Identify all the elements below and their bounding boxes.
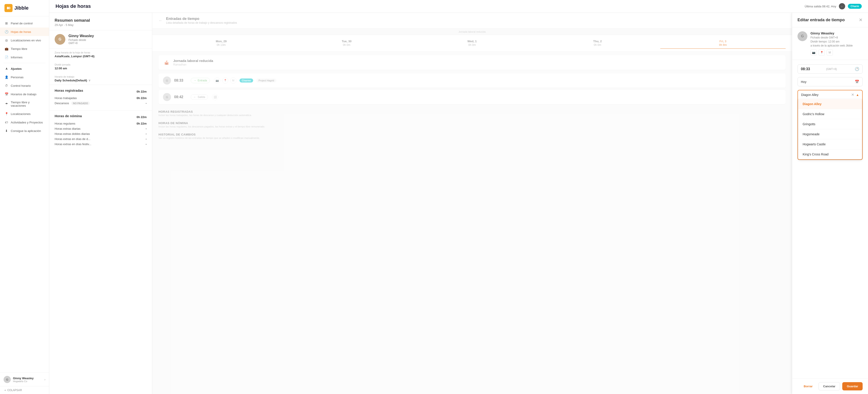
clock-icon: 🕐	[4, 30, 8, 34]
timezone-label: Zona horaria de la hoja de horas	[55, 51, 147, 54]
entries-desc: Lista detallada de horas de trabajo y de…	[166, 21, 237, 24]
date-input[interactable]: Hoy 📅	[798, 77, 863, 86]
time-input[interactable]: 08:33 (GMT+8) 🕐	[798, 64, 863, 73]
list-item[interactable]: Gringotts	[798, 119, 862, 129]
calendar-icon[interactable]: 📅	[855, 79, 859, 84]
entry-type-button[interactable]: ← Salida	[191, 94, 208, 100]
sidebar-item-loc2[interactable]: 📍 Localizaciones	[0, 109, 49, 118]
day-hours: 0h 9m	[661, 43, 785, 46]
logo: Jibble	[0, 0, 49, 16]
project-tag: Project Hagrid	[256, 78, 276, 83]
back-button[interactable]: ←	[158, 18, 162, 23]
day-col-tue[interactable]: Tue, 30 0h 0m	[284, 38, 409, 49]
chevron-down-icon[interactable]: ∨	[88, 79, 91, 82]
table-row: G 08:33 → Entrada 📷 📍 M Charme Project H…	[158, 73, 786, 88]
sidebar-item-localizaciones[interactable]: ◎ Localizaciones en vivo	[0, 36, 49, 44]
pin-icon: 📍	[4, 112, 8, 116]
briefcase-icon: 💼	[4, 47, 8, 51]
m-icon[interactable]: M	[827, 50, 833, 56]
topbar: Hojas de horas Última salida 08:42, Hoy …	[49, 0, 868, 13]
list-item[interactable]: King's Cross Road	[798, 150, 862, 159]
sidebar-item-actividades[interactable]: 🏷 Actividades y Proyectos	[0, 118, 49, 127]
section-nomina: HORAS DE NÓMINA Incluir las horas regula…	[152, 118, 792, 129]
timezone-section: Zona horaria de la hoja de horas Asia/Ku…	[49, 48, 152, 61]
camera-icon[interactable]: 📷	[810, 50, 817, 56]
last-exit-text: Última salida 08:42, Hoy	[805, 5, 836, 8]
collapse-icon: «	[4, 389, 6, 392]
nomina-section: Horas de nómina 0h 22m Horas regulares 0…	[49, 110, 152, 151]
clock-icon[interactable]: 🕐	[855, 67, 859, 71]
guardar-button[interactable]: Guardar	[842, 382, 863, 390]
umbrella-icon: ☂	[4, 102, 8, 106]
day-hours: 0h 13m	[159, 43, 283, 46]
collapse-button[interactable]: « COLAPSAR	[0, 386, 49, 394]
sidebar-item-tiempo[interactable]: 💼 Tiempo libre	[0, 44, 49, 53]
arrow-right-icon: →	[194, 79, 196, 82]
right-panel: ← Entradas de tiempo Lista detallada de …	[152, 13, 792, 394]
sidebar-item-informes[interactable]: 📄 Informes	[0, 53, 49, 62]
chevron-up-icon: ∧	[4, 67, 8, 71]
m-icon[interactable]: M	[230, 77, 236, 84]
location-input[interactable]: Diagon Alley ✕ ▲	[798, 90, 862, 99]
days-row: Mon, 29 0h 13m Tue, 30 0h 0m Wed, 1 0h 0…	[152, 35, 792, 52]
day-col-fri[interactable]: Fri, 3 0h 9m	[660, 38, 786, 49]
sidebar-item-label: Horarios de trabajo	[11, 93, 36, 96]
cancelar-button[interactable]: Cancelar	[818, 382, 840, 390]
hours-section: Horas registradas 0h 22m Horas trabajada…	[49, 85, 152, 110]
sidebar-item-app[interactable]: ⬇ Consigue la aplicación	[0, 127, 49, 135]
entries-title: Entradas de tiempo	[166, 17, 237, 21]
list-item[interactable]: Hogsmeade	[798, 129, 862, 139]
close-button[interactable]: ✕	[859, 17, 863, 23]
dividir-label: Dividir jornada	[55, 63, 147, 66]
copy-icon[interactable]: ⬜	[212, 94, 218, 100]
sidebar-item-personas[interactable]: 👤 Personas	[0, 73, 49, 81]
location-dropdown: Diagon Alley ✕ ▲ Diagon Alley Godric's H…	[798, 90, 863, 160]
edit-drawer: Editar entrada de tiempo ✕ G Ginny Weasl…	[792, 13, 868, 394]
tag-icon: 🏷	[4, 120, 8, 124]
sidebar-item-tiempo2[interactable]: ☂ Tiempo libre y vacaciones	[0, 98, 49, 109]
borrar-button[interactable]: Borrar	[800, 382, 816, 390]
descansos-value: -	[146, 101, 147, 105]
time-entries: G 08:33 → Entrada 📷 📍 M Charme Project H…	[152, 73, 792, 104]
drawer-avatar: G	[798, 31, 807, 41]
horas-registradas-value: 0h 22m	[136, 90, 147, 93]
play-button[interactable]: ▶	[839, 3, 845, 9]
jornada-icon: 🎪	[163, 59, 170, 66]
day-col-thu[interactable]: Thu, 2 0h 0m	[535, 38, 660, 49]
section-title: HISTORIAL DE CAMBIOS	[158, 133, 786, 136]
chevron-up-icon[interactable]: ▲	[856, 93, 859, 97]
day-label: Tue, 30	[285, 40, 408, 43]
time-field: 08:33 (GMT+8) 🕐	[798, 64, 863, 73]
sidebar-item-horarios[interactable]: 📅 Horarios de trabajo	[0, 90, 49, 98]
location-icon: ◎	[4, 38, 8, 42]
extras-dobles-value: -	[146, 132, 147, 135]
location-clear-button[interactable]: ✕	[851, 93, 854, 97]
avatar: G	[4, 376, 11, 383]
list-item[interactable]: Diagon Alley	[798, 99, 862, 109]
entry-type-button[interactable]: → Entrada	[191, 78, 210, 83]
horario-value: Daily Schedule(Default) ∨	[55, 79, 147, 82]
sidebar-item-label: Tiempo libre	[11, 47, 27, 51]
sidebar-item-control[interactable]: ⏱ Control horario	[0, 81, 49, 90]
map-pin-icon[interactable]: 📍	[222, 77, 228, 84]
entry-type-label: Salida	[198, 96, 205, 99]
sidebar-item-panel[interactable]: ⊞ Panel de control	[0, 19, 49, 28]
list-item[interactable]: Hogwarts Castle	[798, 139, 862, 150]
footer-user-org: Hogwarts Co	[13, 380, 42, 383]
section-title: HORAS DE NÓMINA	[158, 122, 786, 125]
horas-regulares-label: Horas regulares	[55, 122, 75, 125]
day-col-wed[interactable]: Wed, 1 0h 0m	[409, 38, 535, 49]
sidebar-item-hojas[interactable]: 🕐 Hojas de horas	[0, 28, 49, 36]
horas-trabajadas-label: Horas trabajadas	[55, 96, 77, 100]
camera-icon[interactable]: 📷	[214, 77, 220, 84]
list-item[interactable]: Godric's Hollow	[798, 109, 862, 119]
entry-time: 08:33	[174, 78, 188, 83]
section-desc: Incluir las horas trabajadas, las horas …	[158, 114, 786, 117]
sidebar-item-ajustes[interactable]: ∧ Ajustes	[0, 64, 49, 73]
section-title: HORAS REGISTRADAS	[158, 110, 786, 113]
location-icon[interactable]: 📍	[818, 50, 825, 56]
day-col-mon[interactable]: Mon, 29 0h 13m	[158, 38, 284, 49]
sidebar: Jibble ⊞ Panel de control 🕐 Hojas de hor…	[0, 0, 49, 394]
location-field: Diagon Alley ✕ ▲ Diagon Alley Godric's H…	[798, 90, 863, 160]
sidebar-footer[interactable]: G Ginny Weasley Hogwarts Co ›	[0, 372, 49, 386]
